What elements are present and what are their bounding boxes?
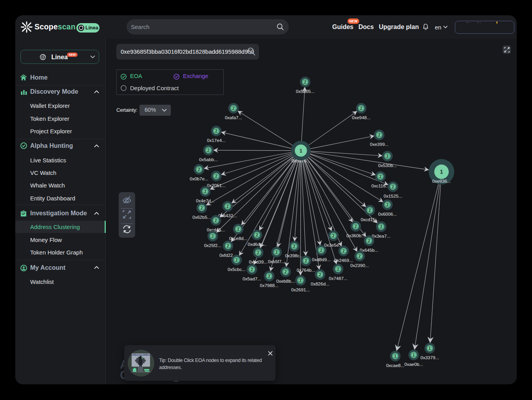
svg-text:2: 2 — [251, 267, 253, 272]
svg-text:2: 2 — [304, 80, 306, 84]
svg-text:0xe399...: 0xe399... — [370, 142, 388, 147]
svg-text:2: 2 — [337, 267, 339, 271]
svg-text:2: 2 — [275, 250, 278, 255]
svg-text:0x2051...: 0x2051... — [207, 183, 225, 188]
svg-text:0x2469...: 0x2469... — [334, 258, 353, 263]
svg-text:2: 2 — [386, 202, 389, 207]
svg-text:2: 2 — [305, 258, 307, 263]
svg-text:2: 2 — [360, 106, 362, 111]
svg-text:2: 2 — [201, 205, 203, 210]
svg-text:1: 1 — [299, 148, 302, 154]
svg-text:2: 2 — [226, 204, 229, 209]
svg-text:2: 2 — [358, 254, 361, 258]
svg-text:2: 2 — [293, 244, 295, 249]
svg-text:0xeb8b...: 0xeb8b... — [276, 279, 295, 284]
svg-text:0xb5f7...: 0xb5f7... — [268, 259, 285, 264]
svg-text:0x5abb...: 0x5abb... — [199, 157, 217, 162]
svg-text:2: 2 — [257, 250, 259, 255]
svg-text:0x17e4...: 0x17e4... — [207, 138, 225, 143]
svg-text:2: 2 — [256, 233, 258, 237]
svg-text:1: 1 — [394, 354, 396, 358]
svg-text:0x2390...: 0x2390... — [350, 263, 369, 268]
svg-text:0x4d39...: 0x4d39... — [249, 260, 267, 264]
svg-text:0x5cbc...: 0x5cbc... — [228, 267, 246, 272]
svg-text:1: 1 — [440, 169, 443, 175]
svg-text:0x360b...: 0x360b... — [346, 233, 365, 238]
svg-text:2: 2 — [207, 148, 210, 153]
svg-text:0x3e5e...: 0x3e5e... — [324, 243, 342, 247]
svg-text:2: 2 — [342, 249, 345, 253]
svg-text:2: 2 — [320, 248, 322, 253]
svg-text:2: 2 — [227, 244, 229, 248]
svg-text:0x3ea7...: 0x3ea7... — [372, 234, 390, 238]
svg-text:0x0b7e...: 0x0b7e... — [190, 176, 208, 181]
svg-text:2: 2 — [319, 272, 321, 277]
svg-text:0x5a05...: 0x5a05... — [296, 89, 314, 94]
svg-text:2: 2 — [299, 278, 302, 283]
svg-text:2: 2 — [368, 238, 370, 243]
svg-text:0x7487...: 0x7487... — [329, 276, 347, 281]
svg-text:2: 2 — [380, 224, 382, 229]
svg-text:2: 2 — [369, 208, 371, 213]
svg-text:0x6006...: 0x6006... — [378, 212, 396, 216]
svg-text:0x1525...: 0x1525... — [384, 194, 402, 198]
svg-text:0x2691...: 0x2691... — [291, 287, 309, 292]
svg-text:1: 1 — [429, 346, 431, 351]
svg-text:0x7988...: 0x7988... — [260, 283, 278, 288]
svg-text:0x530b...: 0x530b... — [378, 163, 396, 168]
svg-text:0xd8d9...: 0xd8d9... — [312, 257, 330, 262]
svg-text:1: 1 — [413, 353, 415, 357]
svg-text:2: 2 — [378, 133, 380, 137]
svg-text:0x62b5...: 0x62b5... — [192, 215, 211, 220]
svg-text:0xcae8...: 0xcae8... — [386, 363, 405, 368]
svg-text:2: 2 — [332, 233, 335, 238]
svg-text:0x826d...: 0x826d... — [311, 282, 329, 286]
svg-text:2: 2 — [215, 129, 217, 133]
svg-text:2: 2 — [232, 106, 235, 111]
svg-text:2: 2 — [284, 269, 287, 274]
svg-text:0xcd45...: 0xcd45... — [207, 227, 225, 232]
svg-text:0x5ad7...: 0x5ad7... — [242, 276, 261, 281]
svg-text:0xe948...: 0xe948... — [352, 115, 370, 120]
svg-text:0xce8d...: 0xce8d... — [229, 236, 248, 241]
svg-text:2: 2 — [268, 274, 270, 278]
svg-text:2: 2 — [235, 258, 238, 262]
svg-text:0x645b...: 0x645b... — [360, 248, 378, 253]
svg-text:0xae0b...: 0xae0b... — [404, 362, 423, 367]
svg-text:2: 2 — [215, 174, 217, 178]
svg-text:2: 2 — [355, 224, 357, 229]
svg-text:0x4e7d...: 0x4e7d... — [196, 198, 214, 203]
svg-text:2: 2 — [215, 218, 217, 223]
svg-text:0xd6dd...: 0xd6dd... — [248, 242, 266, 247]
svg-text:0xc116...: 0xc116... — [371, 184, 389, 188]
svg-text:0x3379...: 0x3379... — [420, 355, 439, 360]
svg-text:2: 2 — [198, 167, 200, 172]
svg-text:0xafa7...: 0xafa7... — [225, 115, 242, 120]
svg-text:0xcd15...: 0xcd15... — [361, 217, 379, 222]
svg-text:2: 2 — [212, 234, 214, 238]
svg-text:2: 2 — [392, 184, 394, 189]
svg-text:2: 2 — [386, 154, 389, 158]
svg-text:0x25f2...: 0x25f2... — [204, 243, 221, 248]
svg-text:0x764b...: 0x764b... — [297, 268, 315, 273]
svg-text:0x6432...: 0x6432... — [218, 213, 237, 218]
svg-text:0xe936...: 0xe936... — [432, 179, 451, 184]
svg-text:0x398c...: 0x398c... — [285, 253, 304, 258]
svg-text:2: 2 — [204, 189, 206, 194]
svg-text:2: 2 — [379, 174, 382, 179]
svg-text:2: 2 — [237, 227, 239, 231]
